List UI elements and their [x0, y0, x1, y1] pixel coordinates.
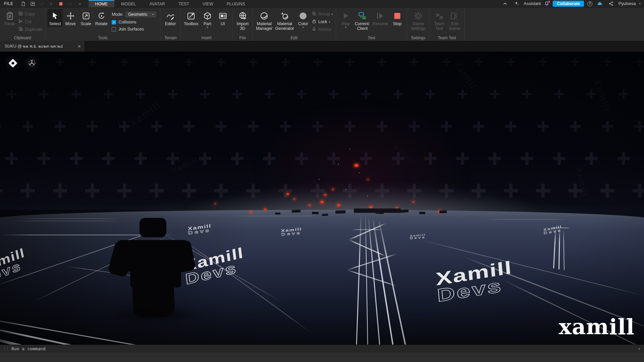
redo-icon[interactable]	[38, 0, 46, 7]
checkbox-collisions[interactable]: ✓Collisions	[112, 20, 156, 24]
ribbon-button-import-3d[interactable]: Import 3D	[235, 9, 250, 32]
assistant-label[interactable]: Assistant	[524, 1, 541, 6]
ribbon-label-game-settings: Game Settings	[411, 21, 426, 31]
ribbon-button-stop[interactable]: Stop	[389, 9, 405, 27]
menubar-spacer	[252, 0, 501, 7]
ribbon-button-toolbox[interactable]: Toolbox	[182, 9, 200, 27]
command-bar[interactable]: ⋮⋮ Run a command ▾	[0, 345, 644, 353]
file-menu-button[interactable]: FILE	[0, 0, 17, 7]
open-icon[interactable]	[29, 0, 37, 7]
move-tool-button[interactable]	[24, 56, 39, 70]
collapse-ribbon-icon[interactable]	[501, 0, 509, 7]
ribbon-button-ui[interactable]: UI	[215, 9, 230, 27]
cloud-sync-icon[interactable]	[596, 0, 604, 7]
floor-line	[486, 219, 567, 220]
material-icon	[259, 11, 269, 21]
cursor-icon	[50, 11, 60, 21]
ribbon-button-play[interactable]: Play▾	[338, 9, 354, 29]
play-small-icon[interactable]	[48, 0, 56, 7]
menu-tab-test[interactable]: TEST	[172, 0, 196, 7]
user-dropdown-caret-icon[interactable]: ▾	[639, 2, 641, 5]
ribbon-button-material-manager[interactable]: Material Manager	[255, 9, 274, 32]
lock-icon	[312, 19, 317, 25]
ribbon-button-duplicate[interactable]: Duplicate	[18, 26, 42, 33]
3d-viewport[interactable]: XamillXamillXamillXamillXamillXamill Xam…	[0, 52, 644, 345]
ribbon-button-move[interactable]: Move	[63, 9, 78, 27]
ribbon-button-rotate[interactable]: Rotate	[94, 9, 109, 27]
skybox-cross-pattern	[120, 58, 128, 66]
ribbon-label-select: Select	[49, 21, 61, 26]
menu-tab-model[interactable]: MODEL	[114, 0, 143, 7]
ribbon-group-file: Import 3DFile	[233, 8, 253, 41]
fire-ember-particle	[320, 201, 324, 203]
skybox-cross-pattern	[538, 121, 549, 132]
roblox-logo-icon	[8, 59, 17, 68]
mode-dropdown[interactable]: Geometric▾	[125, 11, 156, 17]
skybox-cross-pattern	[151, 121, 162, 132]
resume-icon	[375, 11, 385, 21]
ribbon-group-label: Settings	[407, 36, 429, 40]
collaborate-button[interactable]: Collaborate	[553, 1, 584, 7]
ribbon-button-paste[interactable]: Paste	[2, 9, 17, 27]
drag-handle-icon[interactable]: ⋮⋮	[3, 347, 9, 351]
skybox-cross-pattern	[507, 58, 515, 66]
menu-tab-view[interactable]: VIEW	[196, 0, 220, 7]
new-file-icon[interactable]	[19, 0, 28, 7]
close-tab-icon[interactable]: ✕	[77, 44, 81, 49]
skybox-cross-pattern	[378, 58, 386, 66]
document-tab[interactable]: SUKU @ ๒๑ พ.ย. ๒๐๒๓ ๒๓:๒๔ ✕	[0, 41, 85, 52]
debris-block	[439, 210, 447, 214]
skybox-cross-pattern	[570, 121, 581, 132]
menu-tab-home[interactable]: HOME	[89, 0, 115, 7]
skybox-cross-pattern	[361, 89, 371, 99]
mode-label: Mode:	[112, 12, 123, 17]
skybox-cross-pattern	[70, 152, 82, 165]
username-label[interactable]: Pyutsesa	[619, 1, 636, 6]
ribbon-button-cut[interactable]: Cut	[18, 19, 42, 25]
ribbon-button-resume[interactable]: Resume	[371, 9, 390, 27]
document-tab-title: SUKU @ ๒๑ พ.ย. ๒๐๒๓ ๒๓:๒๔	[5, 43, 74, 50]
command-input[interactable]: Run a command	[11, 346, 636, 351]
play-icon	[341, 11, 351, 21]
notifications-bell-icon[interactable]	[544, 1, 549, 6]
menu-tab-plugins[interactable]: PLUGINS	[220, 0, 252, 7]
ribbon-label-part: Part	[204, 21, 211, 26]
ribbon-button-select[interactable]: Select	[47, 9, 63, 27]
skybox-cross-pattern	[7, 89, 16, 99]
undo-icon[interactable]	[66, 0, 74, 7]
command-bar-caret-icon[interactable]: ▾	[638, 347, 641, 351]
fire-ember-particle	[215, 203, 216, 204]
dropdown-caret-icon: ▾	[345, 27, 346, 28]
stop-small-icon[interactable]	[57, 0, 65, 7]
checkbox-join-surfaces[interactable]: Join Surfaces	[112, 27, 156, 32]
ribbon-button-color[interactable]: Color▾	[296, 9, 311, 29]
share-icon[interactable]	[607, 0, 615, 7]
skybox-cross-pattern	[600, 184, 614, 198]
ribbon-button-current-client[interactable]: Current: Client	[354, 9, 371, 32]
ribbon-group-label: Tools	[45, 36, 160, 40]
ribbon-button-group[interactable]: Group▾	[312, 11, 333, 17]
ribbon-button-lock[interactable]: Lock▾	[312, 19, 333, 25]
ribbon-button-scale[interactable]: Scale	[78, 9, 94, 27]
ribbon-button-game-settings[interactable]: Game Settings	[409, 9, 427, 32]
ribbon-button-team-test[interactable]: Team Test	[431, 9, 447, 32]
dropdown-caret-icon: ▾	[152, 13, 154, 16]
assistant-sparkle-icon[interactable]	[513, 0, 521, 7]
ribbon-button-editor[interactable]: Editor	[163, 9, 178, 27]
ribbon-button-copy[interactable]: Copy	[18, 11, 42, 17]
terrain-icon	[165, 11, 175, 21]
ribbon-group-label: Test	[336, 36, 407, 40]
menu-bar: FILE HOMEMODELAVATARTESTVIEWPLUGINS Assi…	[0, 0, 644, 7]
ribbon-button-part[interactable]: Part▾	[200, 9, 215, 29]
skybox-cross-pattern	[182, 184, 196, 198]
color-circle-icon	[298, 11, 308, 21]
roblox-menu-button[interactable]	[5, 56, 20, 70]
menu-tab-avatar[interactable]: AVATAR	[143, 0, 172, 7]
skybox-cross-pattern	[22, 121, 34, 132]
ribbon-button-exit-game[interactable]: Exit Game	[447, 9, 462, 32]
rotate-icon	[96, 11, 106, 21]
help-icon[interactable]: ?	[587, 1, 592, 6]
dropdown-caret-icon[interactable]	[76, 0, 84, 7]
ribbon-button-anchor[interactable]: Anchor	[312, 26, 333, 33]
ribbon-button-material-generator[interactable]: Material Generator	[274, 9, 296, 32]
